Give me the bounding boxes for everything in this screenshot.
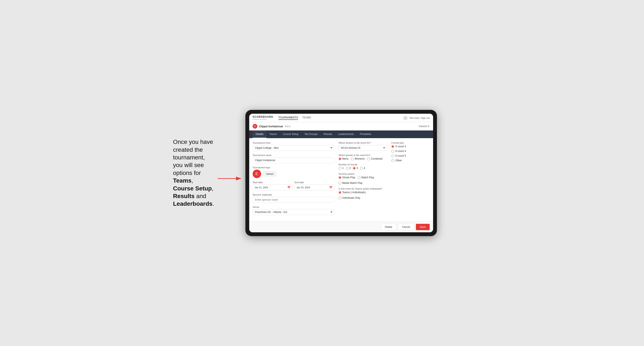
rounds-label: Number of rounds: [338, 163, 387, 166]
scoring-stroke[interactable]: Stroke Play: [338, 176, 355, 179]
venue-select[interactable]: Peachtree GC - Atlanta - GA: [252, 209, 334, 215]
tab-results[interactable]: Results: [320, 131, 335, 138]
tournament-header: C Clippd Invitational (Men) Cancel ✕: [249, 122, 433, 131]
teams-individuals-label: Is this event for Teams and/or Individua…: [338, 187, 387, 190]
teams-individuals-radio-group: Teams (+Individuals) Individuals Only: [338, 191, 387, 199]
format-6count5[interactable]: 6 count 5: [392, 154, 430, 157]
cancel-top-button[interactable]: Cancel ✕: [419, 125, 430, 128]
tablet-screen: SCOREBOARD Powered by clippd TOURNAMENTS…: [249, 114, 433, 232]
scoring-label: Scoring system: [338, 173, 387, 175]
cancel-button[interactable]: Cancel: [398, 224, 414, 230]
gender-mens[interactable]: Mens: [338, 157, 348, 160]
gender-womens-radio[interactable]: [351, 158, 354, 160]
gender-group: Which gender is the event for? Mens Wome…: [338, 154, 387, 160]
scoring-radio-group: Stroke Play Match Play Medal Match Play: [338, 176, 387, 184]
teams-plus-individuals[interactable]: Teams (+Individuals): [338, 191, 366, 194]
sponsor-input[interactable]: [252, 197, 334, 203]
scoring-match-radio[interactable]: [358, 176, 360, 179]
scoring-medal-radio[interactable]: [338, 182, 341, 184]
scoring-stroke-radio[interactable]: [338, 176, 341, 179]
format-5count4-radio[interactable]: [392, 145, 394, 148]
calendar-icon: 📅: [286, 185, 292, 190]
scoring-medal[interactable]: Medal Match Play: [338, 181, 362, 184]
user-sign-out[interactable]: Test User | Sign out: [409, 117, 430, 119]
date-input-row: Start date 📅 End date 📅: [252, 181, 334, 190]
start-date-group: Start date 📅: [252, 181, 292, 190]
arrow-indicator: [218, 172, 246, 185]
format-6count4-radio[interactable]: [392, 150, 394, 153]
teams-individuals-radio[interactable]: [338, 191, 341, 194]
individuals-only-radio[interactable]: [338, 197, 341, 199]
footer-bar: Delete Cancel Save: [249, 221, 433, 232]
rounds-2[interactable]: 2: [346, 167, 351, 170]
nav-tournaments[interactable]: TOURNAMENTS: [278, 116, 298, 120]
format-6count5-radio[interactable]: [392, 155, 394, 157]
tournament-logo-label: Tournament logo: [252, 166, 334, 169]
tournament-name-label: Tournament name: [252, 154, 334, 157]
form-column-left: Tournament Host Clippd College - Men Tou…: [252, 142, 334, 218]
nav-teams[interactable]: TEAMS: [302, 116, 311, 120]
format-5count4[interactable]: 5 count 4: [392, 145, 430, 148]
sponsor-label: Sponsor (optional): [252, 193, 334, 196]
date-group: Start date 📅 End date 📅: [252, 181, 334, 190]
rounds-3-radio[interactable]: [353, 167, 356, 170]
individuals-only[interactable]: Individuals Only: [338, 196, 360, 199]
tournament-host-label: Tournament Host: [252, 142, 334, 144]
tournament-host-select[interactable]: Clippd College - Men: [252, 145, 334, 151]
tab-tee-groups[interactable]: Tee Groups: [301, 131, 320, 138]
logo-subtitle: Powered by clippd: [252, 118, 273, 120]
format-6count4[interactable]: 6 count 4: [392, 150, 430, 153]
scoring-match[interactable]: Match Play: [358, 176, 374, 179]
tournament-title-row: C Clippd Invitational (Men): [252, 124, 291, 129]
tab-teams[interactable]: Teams: [266, 131, 280, 138]
gender-radio-group: Mens Womens Combined: [338, 157, 387, 160]
instruction-text: Once you havecreated thetournament,you w…: [173, 138, 232, 208]
end-date-group: End date 📅: [294, 181, 334, 190]
save-button[interactable]: Save: [416, 224, 430, 230]
end-date-input[interactable]: [295, 185, 328, 190]
upload-button[interactable]: Upload: [263, 171, 276, 176]
rounds-2-radio[interactable]: [346, 167, 348, 170]
user-nav: Test User | Sign out: [403, 116, 430, 120]
rounds-4[interactable]: 4: [360, 167, 365, 170]
tournament-type: (Men): [285, 125, 291, 128]
rounds-radio-group: 1 2 3 4: [338, 167, 387, 170]
rounds-1-radio[interactable]: [338, 167, 341, 170]
tablet-device: SCOREBOARD Powered by clippd TOURNAMENTS…: [246, 110, 437, 236]
division-group: Which division is the event for? NCAA Di…: [338, 142, 387, 151]
venue-label: Venue: [252, 206, 334, 208]
course-setup-bold: Course Setup: [173, 185, 212, 192]
format-type-radio-col: 5 count 4 6 count 4 6 count 5: [392, 145, 430, 162]
gender-combined[interactable]: Combined: [367, 157, 382, 160]
user-avatar: [403, 116, 408, 120]
start-date-input[interactable]: [253, 185, 286, 190]
end-date-label: End date: [294, 181, 334, 184]
nav-links: TOURNAMENTS TEAMS: [278, 116, 404, 120]
tab-course-setup[interactable]: Course Setup: [280, 131, 301, 138]
format-other[interactable]: Other: [392, 159, 430, 162]
rounds-4-radio[interactable]: [360, 167, 363, 170]
rounds-group: Number of rounds 1 2: [338, 163, 387, 170]
teams-individuals-group: Is this event for Teams and/or Individua…: [338, 187, 387, 199]
delete-button[interactable]: Delete: [381, 224, 396, 230]
rounds-3[interactable]: 3: [353, 167, 358, 170]
results-bold: Results: [173, 193, 194, 199]
format-type-group: Format type 5 count 4 6 count 4: [392, 142, 430, 162]
form-column-right: Format type 5 count 4 6 count 4: [392, 142, 430, 218]
tournament-name-input[interactable]: [252, 157, 334, 163]
tab-bar: Details Teams Course Setup Tee Groups Re…: [249, 131, 433, 138]
tab-leaderboards[interactable]: Leaderboards: [335, 131, 357, 138]
gender-mens-radio[interactable]: [338, 158, 341, 160]
format-type-label: Format type: [392, 142, 430, 144]
end-date-wrapper: 📅: [294, 184, 334, 190]
logo-title: SCOREBOARD: [252, 115, 273, 118]
sponsor-group: Sponsor (optional): [252, 193, 334, 203]
tab-details[interactable]: Details: [252, 131, 266, 138]
division-select[interactable]: NCAA Division III: [338, 145, 387, 151]
tab-printables[interactable]: Printables: [357, 131, 374, 138]
rounds-1[interactable]: 1: [338, 167, 344, 170]
format-other-radio[interactable]: [392, 159, 394, 162]
gender-combined-radio[interactable]: [367, 158, 370, 160]
gender-womens[interactable]: Womens: [351, 157, 364, 160]
start-date-wrapper: 📅: [252, 184, 292, 190]
